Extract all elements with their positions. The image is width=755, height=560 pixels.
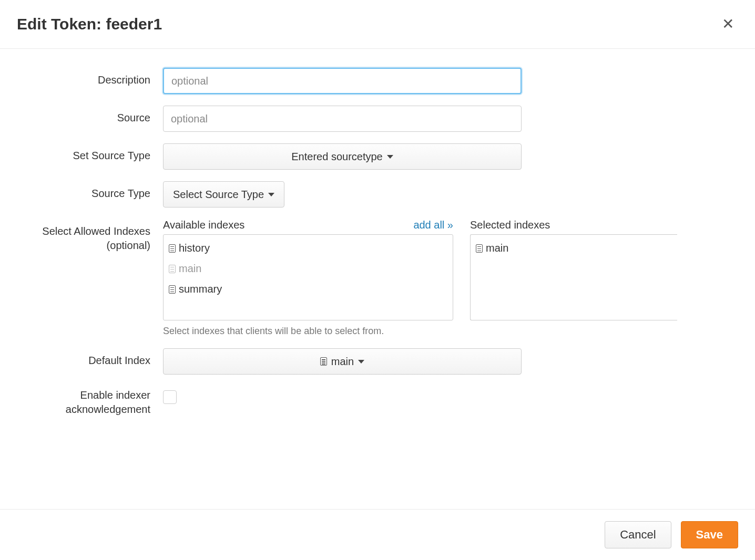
dual-listbox: Available indexes add all » historymains… [163,219,668,337]
row-source: Source [0,106,755,132]
selected-indexes-title: Selected indexes [470,219,550,231]
edit-token-modal: Edit Token: feeder1 ✕ Description Source… [0,0,755,560]
save-button[interactable]: Save [681,521,738,548]
list-item-label: history [179,240,210,256]
available-indexes-title: Available indexes [163,219,244,231]
caret-down-icon [387,155,393,159]
close-icon: ✕ [722,16,734,32]
available-indexes-listbox[interactable]: historymainsummary [163,234,453,320]
database-icon [169,285,176,294]
database-icon [320,357,327,366]
row-default-index: Default Index main [0,348,755,375]
row-description: Description [0,68,755,94]
default-index-dropdown[interactable]: main [163,348,522,375]
modal-title: Edit Token: feeder1 [17,15,162,33]
add-all-link[interactable]: add all » [413,219,453,231]
list-item[interactable]: summary [164,279,453,299]
list-item[interactable]: main [471,238,677,258]
cancel-button[interactable]: Cancel [605,521,671,548]
source-type-dropdown[interactable]: Select Source Type [163,181,284,208]
row-enable-ack: Enable indexer acknowledgement [0,386,755,417]
list-item[interactable]: main [164,258,453,279]
selected-indexes-column: Selected indexes main [470,219,677,337]
default-index-value: main [331,356,354,368]
indexes-helper-text: Select indexes that clients will be able… [163,326,453,337]
modal-footer: Cancel Save [0,509,755,560]
list-item-label: summary [179,281,222,297]
modal-header: Edit Token: feeder1 ✕ [0,0,755,49]
list-item[interactable]: history [164,238,453,258]
available-indexes-column: Available indexes add all » historymains… [163,219,453,337]
row-set-source-type: Set Source Type Entered sourcetype [0,143,755,170]
label-allowed-indexes: Select Allowed Indexes (optional) [0,219,163,253]
close-button[interactable]: ✕ [718,15,738,34]
label-source: Source [0,106,163,125]
description-input[interactable] [163,68,522,94]
row-source-type: Source Type Select Source Type [0,181,755,208]
enable-ack-checkbox[interactable] [163,390,177,404]
database-icon [169,244,176,253]
source-type-value: Select Source Type [173,189,264,201]
caret-down-icon [268,193,274,196]
label-enable-ack: Enable indexer acknowledgement [0,386,163,417]
row-allowed-indexes: Select Allowed Indexes (optional) Availa… [0,219,755,337]
source-input[interactable] [163,106,522,132]
label-set-source-type: Set Source Type [0,143,163,163]
set-source-type-value: Entered sourcetype [291,151,382,163]
caret-down-icon [358,360,364,364]
selected-indexes-listbox[interactable]: main [470,234,677,320]
database-icon [169,265,176,273]
database-icon [476,244,483,253]
label-description: Description [0,68,163,87]
set-source-type-dropdown[interactable]: Entered sourcetype [163,143,522,170]
label-default-index: Default Index [0,348,163,368]
modal-body: Description Source Set Source Type Enter… [0,49,755,509]
label-source-type: Source Type [0,181,163,201]
list-item-label: main [179,261,201,277]
list-item-label: main [486,240,508,256]
